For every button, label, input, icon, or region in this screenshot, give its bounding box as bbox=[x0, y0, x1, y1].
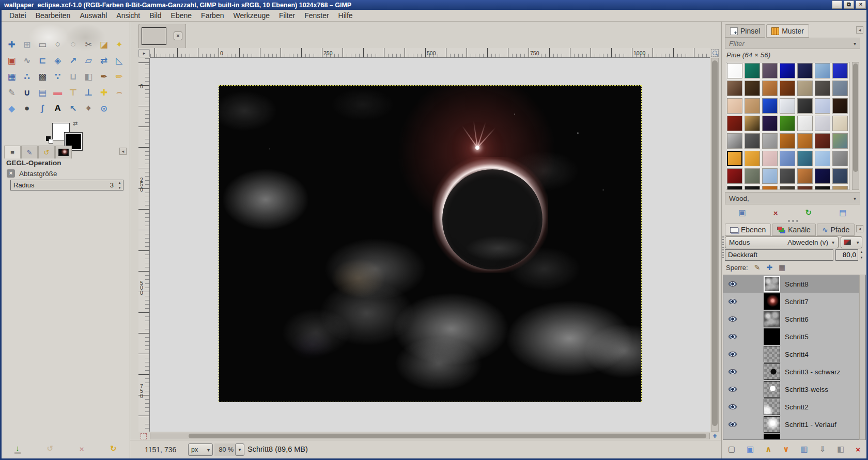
pattern-swatch[interactable] bbox=[832, 168, 848, 184]
new-layer-button[interactable]: ▢ bbox=[728, 445, 735, 454]
pattern-name-dropdown[interactable]: Wood, ▾ bbox=[725, 192, 860, 204]
cage-transform-tool[interactable]: ∴ bbox=[20, 70, 34, 83]
pattern-swatch[interactable] bbox=[762, 81, 778, 96]
pattern-swatch[interactable] bbox=[832, 186, 848, 190]
layer-mode-dropdown[interactable]: Modus Abwedeln (v) ▾ bbox=[725, 236, 839, 248]
dock-tab-undo-history[interactable]: ↺ bbox=[38, 146, 55, 158]
paintbrush-tool[interactable]: ✒ bbox=[97, 70, 111, 83]
opacity-value[interactable]: 80,0 bbox=[835, 249, 858, 261]
menu-ebene[interactable]: Ebene bbox=[166, 10, 196, 21]
spinner-down-icon[interactable]: ▾ bbox=[858, 255, 865, 261]
menu-farben[interactable]: Farben bbox=[196, 10, 228, 21]
pattern-swatch[interactable] bbox=[727, 98, 742, 114]
menu-ansicht[interactable]: Ansicht bbox=[112, 10, 145, 21]
visibility-eye-icon[interactable] bbox=[729, 387, 737, 392]
lock-position-icon[interactable]: ✚ bbox=[766, 263, 772, 272]
dock-tab-image-thumbnail[interactable] bbox=[55, 146, 72, 158]
pattern-swatch[interactable] bbox=[815, 81, 830, 96]
pattern-scrollbar-thumb[interactable] bbox=[853, 64, 858, 172]
move-tool[interactable]: ✚ bbox=[5, 38, 19, 51]
pattern-swatch[interactable] bbox=[780, 98, 795, 114]
tab-brushes[interactable]: Pinsel bbox=[725, 24, 765, 38]
pattern-swatch[interactable] bbox=[780, 168, 795, 184]
duplicate-pattern-button[interactable]: ▣ bbox=[739, 208, 746, 217]
opacity-spinner[interactable]: ▴▾ bbox=[858, 249, 865, 261]
pattern-swatch[interactable] bbox=[727, 63, 742, 78]
delete-layer-button[interactable]: × bbox=[856, 445, 860, 454]
add-layer-mask-button[interactable]: ◧ bbox=[837, 445, 844, 454]
patterns-dock-collapse-button[interactable]: ◂ bbox=[856, 26, 863, 34]
3d-transform-tool[interactable]: ▦ bbox=[5, 70, 19, 83]
pattern-swatch[interactable] bbox=[832, 116, 848, 131]
default-colors-icon[interactable] bbox=[46, 136, 53, 144]
delete-tool-preset-button[interactable]: × bbox=[80, 445, 84, 453]
pattern-swatch[interactable] bbox=[797, 168, 813, 184]
titlebar[interactable]: wallpaper_eclipse.xcf-1.0 (RGB-Farben 8-… bbox=[0, 0, 868, 10]
pattern-swatch[interactable] bbox=[762, 186, 778, 190]
merge-down-button[interactable]: ⇓ bbox=[819, 445, 826, 454]
layer-row[interactable]: Schritt6 bbox=[723, 310, 865, 328]
visibility-eye-icon[interactable] bbox=[729, 422, 737, 427]
scale-tool[interactable]: ↗ bbox=[66, 54, 80, 67]
visibility-eye-icon[interactable] bbox=[729, 281, 737, 287]
image-tab-close-button[interactable]: × bbox=[174, 31, 182, 40]
remove-option-icon[interactable]: × bbox=[7, 169, 15, 178]
zoom-level[interactable]: 80 % bbox=[214, 443, 235, 456]
pattern-swatch[interactable] bbox=[815, 186, 830, 190]
fuzzy-select-tool[interactable]: ✦ bbox=[112, 38, 126, 51]
pattern-swatch[interactable] bbox=[815, 133, 830, 149]
layer-row[interactable]: Schritt1 bbox=[723, 433, 865, 440]
clone-tool[interactable]: ⊤ bbox=[66, 86, 80, 99]
quick-mask-toggle[interactable] bbox=[141, 433, 147, 439]
crop-tool[interactable]: ⊏ bbox=[36, 54, 50, 67]
free-select-tool[interactable]: ◌ bbox=[66, 38, 80, 51]
pattern-swatch[interactable] bbox=[832, 133, 848, 149]
layer-row[interactable]: Schritt5 bbox=[723, 328, 865, 345]
dodge-burn-tool[interactable]: ● bbox=[20, 102, 34, 115]
pattern-swatch[interactable] bbox=[815, 63, 830, 78]
reset-tool-options-button[interactable]: ↻ bbox=[110, 444, 117, 453]
gradient-tool[interactable]: ◧ bbox=[82, 70, 96, 83]
pattern-swatch[interactable] bbox=[745, 116, 760, 131]
ink-tool[interactable]: ∪ bbox=[20, 86, 34, 99]
pattern-swatch[interactable] bbox=[727, 133, 742, 149]
tab-channels[interactable]: Kanäle bbox=[772, 224, 816, 236]
pattern-swatch[interactable] bbox=[797, 116, 813, 131]
mypaint-brush-tool[interactable]: ▤ bbox=[36, 86, 50, 99]
color-picker-tool[interactable]: ↖ bbox=[66, 102, 80, 115]
menu-bild[interactable]: Bild bbox=[145, 10, 166, 21]
refresh-patterns-button[interactable]: ↻ bbox=[805, 208, 812, 217]
pattern-swatch[interactable] bbox=[815, 116, 830, 131]
swap-colors-icon[interactable]: ⇄ bbox=[73, 120, 78, 127]
pattern-swatch[interactable] bbox=[745, 168, 760, 184]
pattern-swatch[interactable] bbox=[815, 98, 830, 114]
smudge-tool[interactable]: ⌢ bbox=[112, 86, 126, 99]
pattern-swatch[interactable] bbox=[780, 151, 795, 166]
rectangle-select-tool[interactable]: ▭ bbox=[36, 38, 50, 51]
spinner-down-icon[interactable]: ▾ bbox=[116, 185, 123, 191]
dock-drag-handle[interactable] bbox=[722, 236, 724, 259]
layer-row[interactable]: Schritt7 bbox=[723, 293, 865, 310]
save-tool-preset-button[interactable]: ↓ bbox=[14, 443, 21, 454]
pattern-swatch[interactable] bbox=[762, 151, 778, 166]
pattern-swatch[interactable] bbox=[797, 151, 813, 166]
zoom-tool-tool[interactable]: ⊙ bbox=[97, 102, 111, 115]
pattern-swatch[interactable] bbox=[797, 63, 813, 78]
pencil-tool[interactable]: ✏ bbox=[112, 70, 126, 83]
toolbox-dock-collapse-button[interactable]: ◂ bbox=[119, 148, 127, 155]
pattern-swatch[interactable] bbox=[780, 133, 795, 149]
pattern-swatch[interactable] bbox=[797, 98, 813, 114]
layer-row[interactable]: Schritt4 bbox=[723, 345, 865, 363]
pattern-swatch[interactable] bbox=[727, 116, 742, 131]
foreground-select-tool[interactable]: ◪ bbox=[97, 38, 111, 51]
heal-tool[interactable]: ✚ bbox=[97, 86, 111, 99]
pattern-swatch[interactable] bbox=[780, 63, 795, 78]
menu-hilfe[interactable]: Hilfe bbox=[334, 10, 358, 21]
canvas-image[interactable] bbox=[219, 85, 642, 402]
perspective-clone-tool[interactable]: ⊥ bbox=[82, 86, 96, 99]
pattern-swatch[interactable] bbox=[780, 116, 795, 131]
select-by-color-tool[interactable]: ▣ bbox=[5, 54, 19, 67]
layer-row[interactable]: Schritt3-weiss bbox=[723, 380, 865, 398]
layer-list-scrollbar[interactable] bbox=[859, 275, 865, 440]
pattern-swatch[interactable] bbox=[727, 81, 742, 96]
